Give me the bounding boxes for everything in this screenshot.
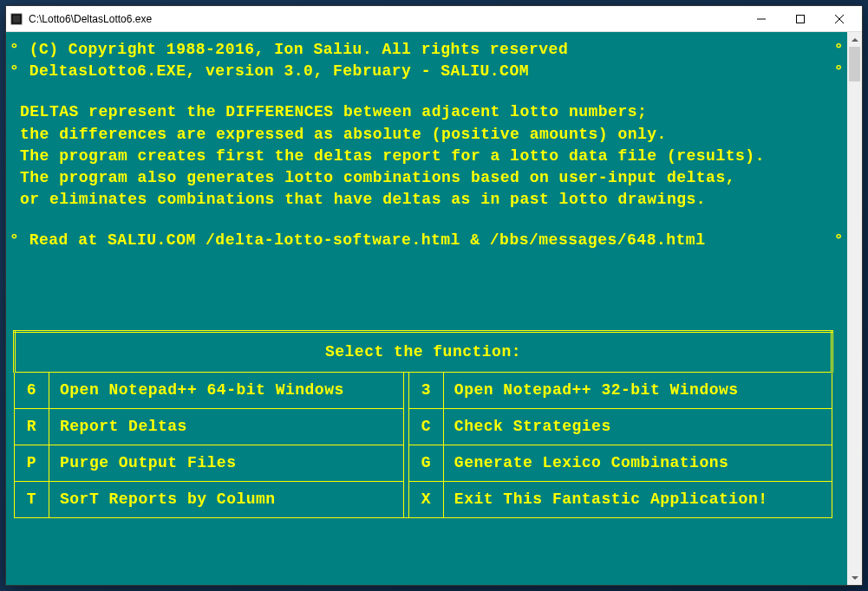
svg-marker-7 — [852, 576, 858, 580]
menu-label[interactable]: Generate Lexico Combinations — [443, 445, 832, 482]
version-line: ° DeltasLotto6.EXE, version 3.0, Februar… — [10, 61, 844, 82]
window-frame: C:\Lotto6\DeltasLotto6.exe ° (C) Copyrig… — [5, 5, 863, 586]
desc-line-3: The program creates first the deltas rep… — [10, 146, 844, 167]
menu-key[interactable]: P — [15, 445, 49, 482]
readmore-line: ° Read at SALIU.COM /delta-lotto-softwar… — [10, 230, 844, 251]
window-title: C:\Lotto6\DeltasLotto6.exe — [29, 13, 741, 25]
titlebar[interactable]: C:\Lotto6\DeltasLotto6.exe — [6, 6, 862, 32]
menu-title: Select the function: — [15, 331, 832, 372]
menu-row: P Purge Output Files G Generate Lexico C… — [15, 445, 832, 482]
menu-key[interactable]: X — [408, 482, 443, 518]
scrollbar-track[interactable] — [847, 47, 862, 570]
scrollbar-thumb[interactable] — [849, 47, 860, 81]
menu-key[interactable]: 3 — [408, 372, 443, 408]
svg-rect-1 — [13, 15, 21, 23]
app-icon — [10, 12, 23, 26]
console-content: ° (C) Copyright 1988-2016, Ion Saliu. Al… — [6, 32, 847, 585]
menu-label[interactable]: Open Notepad++ 64-bit Windows — [49, 372, 404, 408]
menu-row: R Report Deltas C Check Strategies — [15, 408, 832, 445]
svg-marker-6 — [852, 38, 858, 42]
scroll-up-arrow[interactable] — [847, 32, 862, 47]
menu-row: T SorT Reports by Column X Exit This Fan… — [15, 482, 832, 518]
close-button[interactable] — [819, 7, 858, 31]
window-controls — [741, 7, 858, 31]
menu-key[interactable]: T — [15, 482, 49, 518]
menu-key[interactable]: R — [15, 408, 49, 445]
menu-label[interactable]: Purge Output Files — [49, 445, 404, 482]
menu-key[interactable]: C — [408, 408, 443, 445]
maximize-button[interactable] — [780, 7, 819, 31]
scroll-down-arrow[interactable] — [847, 570, 862, 585]
vertical-scrollbar[interactable] — [847, 32, 862, 585]
svg-rect-3 — [796, 15, 804, 23]
menu-row: 6 Open Notepad++ 64-bit Windows 3 Open N… — [15, 372, 832, 408]
desc-line-4: The program also generates lotto combina… — [10, 167, 844, 189]
desc-line-2: the differences are expressed as absolut… — [10, 124, 844, 146]
menu-label[interactable]: Exit This Fantastic Application! — [443, 482, 832, 518]
menu-label[interactable]: SorT Reports by Column — [49, 482, 404, 518]
desc-line-1: DELTAS represent the DIFFERENCES between… — [10, 101, 844, 123]
menu-key[interactable]: 6 — [15, 372, 49, 408]
console-area: ° (C) Copyright 1988-2016, Ion Saliu. Al… — [6, 32, 862, 585]
menu-key[interactable]: G — [408, 445, 443, 482]
copyright-line: ° (C) Copyright 1988-2016, Ion Saliu. Al… — [10, 39, 844, 61]
minimize-button[interactable] — [741, 7, 780, 31]
desc-line-5: or eliminates combinations that have del… — [10, 189, 844, 211]
menu-label[interactable]: Check Strategies — [443, 408, 832, 445]
menu-label[interactable]: Report Deltas — [49, 408, 404, 445]
menu-table: Select the function: 6 Open Notepad++ 64… — [13, 330, 833, 519]
menu-label[interactable]: Open Notepad++ 32-bit Windows — [443, 372, 832, 408]
